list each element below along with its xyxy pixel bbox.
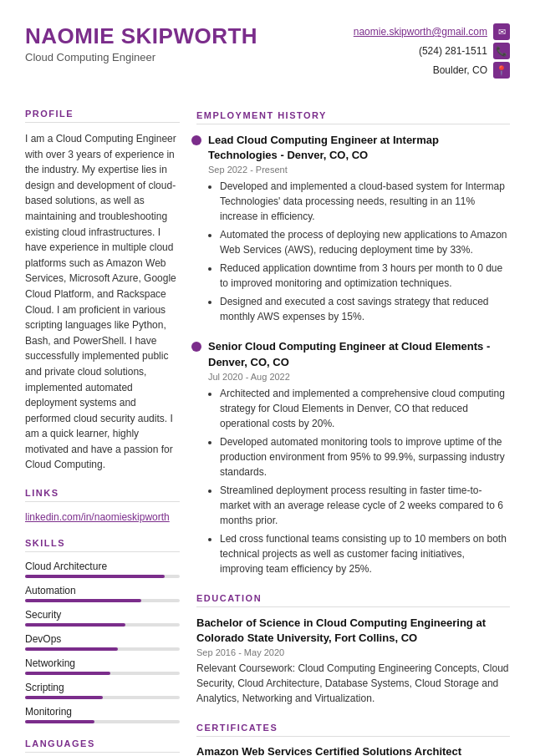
education-coursework: Relevant Coursework: Cloud Computing Eng… [196, 661, 510, 706]
header: NAOMIE SKIPWORTH Cloud Computing Enginee… [0, 0, 535, 94]
bullet-item: Developed and implemented a cloud-based … [220, 179, 510, 224]
job-dot [191, 342, 201, 352]
bullet-item: Architected and implemented a comprehens… [220, 386, 510, 431]
candidate-name: NAOMIE SKIPWORTH [25, 23, 257, 49]
left-column: PROFILE I am a Cloud Computing Engineer … [25, 94, 180, 756]
bullet-item: Automated the process of deploying new a… [220, 227, 510, 257]
linkedin-link[interactable]: linkedin.com/in/naomieskipworth [25, 511, 170, 523]
certificates-section-title: CERTIFICATES [196, 723, 510, 737]
skill-bar-fill [25, 575, 165, 578]
employment-section-title: EMPLOYMENT HISTORY [196, 110, 510, 124]
job-bullets: Architected and implemented a comprehens… [208, 386, 510, 576]
skill-bar-fill [25, 720, 94, 723]
skill-name: Monitoring [25, 706, 180, 718]
bullet-item: Led cross functional teams consisting up… [220, 531, 510, 576]
education-degree: Bachelor of Science in Cloud Computing E… [196, 616, 510, 646]
phone-text: (524) 281-1511 [419, 45, 487, 57]
right-column: EMPLOYMENT HISTORY Lead Cloud Computing … [196, 94, 510, 756]
skill-bar-fill [25, 623, 125, 627]
skill-item: Networking [25, 657, 180, 675]
certificate-item: Amazon Web Services Certified Solutions … [196, 745, 510, 756]
certificates-list: Amazon Web Services Certified Solutions … [196, 745, 510, 756]
location-text: Boulder, CO [433, 64, 487, 76]
skill-bar-background [25, 599, 180, 602]
skill-bar-fill [25, 599, 141, 602]
email-row: naomie.skipworth@gmail.com ✉ [354, 23, 510, 40]
job-date: Sep 2022 - Present [208, 165, 510, 175]
cert-title: Amazon Web Services Certified Solutions … [196, 745, 510, 756]
skill-name: Scripting [25, 682, 180, 693]
skill-name: DevOps [25, 633, 180, 645]
header-left: NAOMIE SKIPWORTH Cloud Computing Enginee… [25, 23, 257, 63]
skills-list: Cloud Architecture Automation Security D… [25, 561, 180, 723]
skill-name: Cloud Architecture [25, 561, 180, 572]
skill-name: Networking [25, 657, 180, 669]
employment-job: Senior Cloud Computing Engineer at Cloud… [196, 339, 510, 576]
bullet-item: Streamlined deployment process resulting… [220, 483, 510, 528]
location-icon: 📍 [493, 62, 510, 79]
skill-item: Scripting [25, 682, 180, 699]
job-title: Senior Cloud Computing Engineer at Cloud… [208, 339, 510, 369]
skill-bar-background [25, 720, 180, 723]
skill-bar-fill [25, 696, 103, 699]
header-right: naomie.skipworth@gmail.com ✉ (524) 281-1… [354, 23, 510, 79]
profile-text: I am a Cloud Computing Engineer with ove… [25, 131, 180, 473]
skill-bar-fill [25, 647, 118, 651]
skill-bar-fill [25, 672, 110, 675]
email-icon: ✉ [493, 23, 510, 40]
skill-item: Security [25, 609, 180, 627]
job-dot [191, 135, 201, 145]
location-row: Boulder, CO 📍 [433, 62, 510, 79]
employment-list: Lead Cloud Computing Engineer at Interma… [196, 133, 510, 576]
education-section-title: EDUCATION [196, 593, 510, 607]
education-date: Sep 2016 - May 2020 [196, 647, 510, 657]
bullet-item: Reduced application downtime from 3 hour… [220, 261, 510, 291]
skill-bar-background [25, 647, 180, 651]
main-content: PROFILE I am a Cloud Computing Engineer … [0, 94, 535, 756]
skill-item: Monitoring [25, 706, 180, 723]
email-link[interactable]: naomie.skipworth@gmail.com [354, 26, 487, 38]
skill-bar-background [25, 672, 180, 675]
employment-job: Lead Cloud Computing Engineer at Interma… [196, 133, 510, 324]
bullet-item: Designed and executed a cost savings str… [220, 294, 510, 324]
bullet-item: Developed automated monitoring tools to … [220, 434, 510, 479]
phone-icon: 📞 [493, 43, 510, 59]
resume-page: NAOMIE SKIPWORTH Cloud Computing Enginee… [0, 0, 535, 756]
skill-bar-background [25, 623, 180, 627]
skill-name: Security [25, 609, 180, 621]
skill-item: Automation [25, 585, 180, 602]
job-bullets: Developed and implemented a cloud-based … [208, 179, 510, 324]
skills-section-title: SKILLS [25, 538, 180, 552]
candidate-title: Cloud Computing Engineer [25, 51, 257, 63]
profile-section-title: PROFILE [25, 109, 180, 123]
skill-item: DevOps [25, 633, 180, 651]
languages-section-title: LANGUAGES [25, 738, 180, 753]
job-title: Lead Cloud Computing Engineer at Interma… [208, 133, 510, 163]
links-section-title: LINKS [25, 488, 180, 502]
skill-item: Cloud Architecture [25, 561, 180, 578]
education-block: Bachelor of Science in Cloud Computing E… [196, 616, 510, 706]
skill-bar-background [25, 575, 180, 578]
skill-bar-background [25, 696, 180, 699]
skill-name: Automation [25, 585, 180, 596]
job-date: Jul 2020 - Aug 2022 [208, 372, 510, 382]
phone-row: (524) 281-1511 📞 [419, 43, 510, 59]
